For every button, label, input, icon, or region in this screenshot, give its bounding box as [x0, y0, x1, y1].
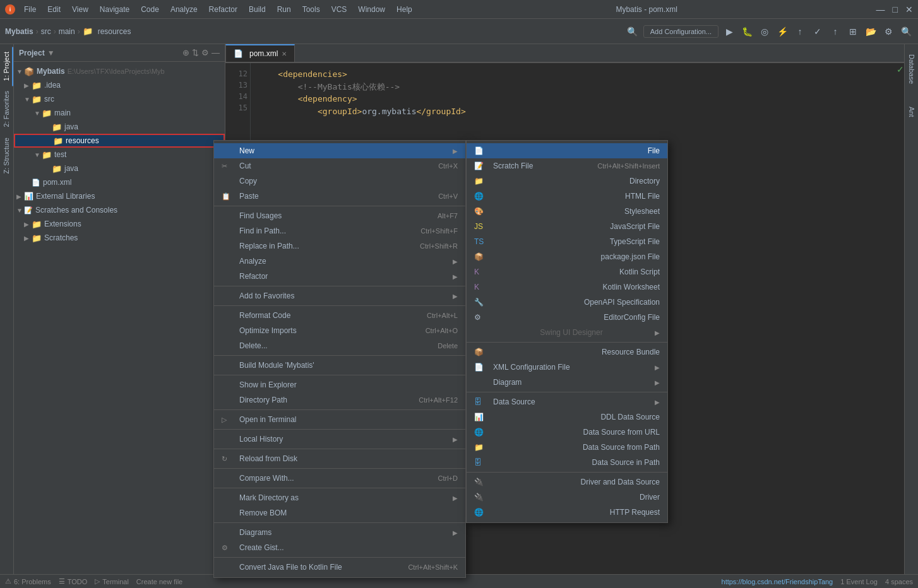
- tree-item-idea[interactable]: ▶ 📁 .idea: [14, 78, 225, 92]
- context-menu-reload[interactable]: ↻ Reload from Disk: [214, 451, 465, 466]
- menu-window[interactable]: Window: [353, 4, 390, 15]
- tab-database[interactable]: Database: [906, 49, 917, 89]
- submenu-driver-data-source[interactable]: 🔌 Driver and Data Source: [467, 474, 667, 490]
- tree-item-java[interactable]: 📁 java: [14, 120, 225, 134]
- submenu-data-source-path[interactable]: 📁 Data Source from Path: [467, 440, 667, 455]
- status-todo[interactable]: ☰ TODO: [59, 577, 88, 585]
- tree-item-scratches-consoles[interactable]: ▼ 📝 Scratches and Consoles: [14, 203, 225, 217]
- submenu-ts-file[interactable]: TS TypeScript File: [467, 234, 667, 249]
- vcs-commit-button[interactable]: ✓: [811, 25, 825, 38]
- tree-item-extensions[interactable]: ▶ 📁 Extensions: [14, 217, 225, 231]
- submenu-file[interactable]: 📄 File: [467, 143, 667, 158]
- add-icon[interactable]: ⊕: [182, 48, 189, 57]
- tab-close-button[interactable]: ✕: [282, 50, 287, 57]
- settings-button[interactable]: ⚙: [881, 25, 895, 38]
- menu-edit[interactable]: Edit: [42, 4, 66, 15]
- context-menu-copy[interactable]: Copy: [214, 173, 465, 189]
- close-button[interactable]: ✕: [905, 4, 913, 15]
- context-menu-diagrams[interactable]: Diagrams ▶: [214, 525, 465, 540]
- context-menu-compare[interactable]: Compare With... Ctrl+D: [214, 471, 465, 486]
- menu-navigate[interactable]: Navigate: [95, 4, 134, 15]
- debug-button[interactable]: 🐛: [740, 25, 754, 38]
- context-menu-open-terminal[interactable]: ▷ Open in Terminal: [214, 412, 465, 427]
- breadcrumb-src[interactable]: src: [41, 27, 51, 36]
- menu-run[interactable]: Run: [272, 4, 296, 15]
- submenu-diagram[interactable]: Diagram ▶: [467, 375, 667, 390]
- context-menu-reformat[interactable]: Reformat Code Ctrl+Alt+L: [214, 308, 465, 323]
- settings-icon[interactable]: ⚙: [201, 48, 209, 57]
- context-menu-find-usages[interactable]: Find Usages Alt+F7: [214, 208, 465, 223]
- maximize-button[interactable]: □: [893, 4, 898, 15]
- status-url[interactable]: https://blog.csdn.net/FriendshipTang: [722, 578, 833, 585]
- submenu-editorconfig[interactable]: ⚙ EditorConfig File: [467, 310, 667, 325]
- add-configuration-button[interactable]: Add Configuration...: [643, 25, 718, 38]
- tab-pomxml[interactable]: 📄 pom.xml ✕: [225, 44, 295, 62]
- tree-item-ext-libs[interactable]: ▶ 📊 External Libraries: [14, 189, 225, 203]
- context-menu-delete[interactable]: Delete... Delete: [214, 338, 465, 353]
- submenu-kotlin-script[interactable]: K Kotlin Script: [467, 264, 667, 279]
- tree-item-scratches[interactable]: ▶ 📁 Scratches: [14, 231, 225, 245]
- profile-button[interactable]: ⚡: [775, 25, 789, 38]
- vcs-push-button[interactable]: ↑: [828, 25, 842, 38]
- menu-view[interactable]: View: [67, 4, 93, 15]
- context-menu-build-module[interactable]: Build Module 'Mybatis': [214, 358, 465, 373]
- search-button[interactable]: 🔍: [899, 25, 913, 38]
- submenu-html-file[interactable]: 🌐 HTML File: [467, 189, 667, 204]
- context-menu-analyze[interactable]: Analyze ▶: [214, 254, 465, 269]
- terminal-button[interactable]: ⊞: [846, 25, 860, 38]
- breadcrumb-main[interactable]: main: [59, 27, 75, 36]
- menu-file[interactable]: File: [19, 4, 41, 15]
- context-menu-find-in-path[interactable]: Find in Path... Ctrl+Shift+F: [214, 223, 465, 238]
- context-menu-new[interactable]: New ▶: [214, 143, 465, 158]
- menu-analyze[interactable]: Analyze: [165, 4, 203, 15]
- context-menu-add-favorites[interactable]: Add to Favorites ▶: [214, 288, 465, 303]
- menu-vcs[interactable]: VCS: [326, 4, 352, 15]
- menu-help[interactable]: Help: [391, 4, 417, 15]
- submenu-directory[interactable]: 📁 Directory: [467, 173, 667, 189]
- vcs-update-button[interactable]: ↑: [793, 25, 807, 38]
- tab-ant[interactable]: Ant: [906, 102, 917, 122]
- context-menu-local-history[interactable]: Local History ▶: [214, 432, 465, 447]
- context-menu-directory-path[interactable]: Directory Path Ctrl+Alt+F12: [214, 392, 465, 408]
- sync-icon[interactable]: ⇅: [192, 48, 199, 57]
- context-menu-create-gist[interactable]: ⚙ Create Gist...: [214, 540, 465, 555]
- context-menu-mark-directory[interactable]: Mark Directory as ▶: [214, 490, 465, 505]
- context-menu-optimize-imports[interactable]: Optimize Imports Ctrl+Alt+O: [214, 323, 465, 338]
- context-menu-refactor[interactable]: Refactor ▶: [214, 269, 465, 284]
- submenu-scratch-file[interactable]: 📝 Scratch File Ctrl+Alt+Shift+Insert: [467, 158, 667, 173]
- context-menu-convert-kotlin[interactable]: Convert Java File to Kotlin File Ctrl+Al…: [214, 560, 465, 575]
- coverage-button[interactable]: ◎: [758, 25, 772, 38]
- tab-project[interactable]: 1: Project: [1, 47, 13, 86]
- tree-item-main[interactable]: ▼ 📁 main: [14, 106, 225, 120]
- minimize-button[interactable]: —: [876, 4, 885, 15]
- menu-refactor[interactable]: Refactor: [204, 4, 242, 15]
- submenu-openapi[interactable]: 🔧 OpenAPI Specification: [467, 295, 667, 310]
- hide-icon[interactable]: —: [212, 48, 220, 57]
- tree-item-resources[interactable]: 📁 resources: [14, 134, 225, 148]
- submenu-data-source-url[interactable]: 🌐 Data Source from URL: [467, 425, 667, 440]
- submenu-js-file[interactable]: JS JavaScript File: [467, 219, 667, 234]
- status-event-log[interactable]: 1 Event Log: [840, 578, 878, 585]
- context-menu-remove-bom[interactable]: Remove BOM: [214, 505, 465, 520]
- tree-item-java2[interactable]: 📁 java: [14, 162, 225, 175]
- submenu-data-source[interactable]: 🗄 Data Source ▶: [467, 394, 667, 409]
- tab-structure[interactable]: Z: Structure: [1, 132, 13, 179]
- submenu-resource-bundle[interactable]: 📦 Resource Bundle: [467, 344, 667, 360]
- tree-item-mybatis[interactable]: ▼ 📦 Mybatis E:\Users\TFX\IdeaProjects\My…: [14, 64, 225, 78]
- submenu-stylesheet[interactable]: 🎨 Stylesheet: [467, 204, 667, 219]
- submenu-data-source-in-path[interactable]: 🗄 Data Source in Path: [467, 455, 667, 470]
- status-terminal[interactable]: ▷ Terminal: [95, 577, 129, 585]
- search-everywhere-icon[interactable]: 🔍: [626, 25, 640, 38]
- breadcrumb-mybatis[interactable]: Mybatis: [5, 27, 33, 36]
- open-folder-button[interactable]: 📂: [864, 25, 878, 38]
- menu-tools[interactable]: Tools: [297, 4, 325, 15]
- submenu-driver[interactable]: 🔌 Driver: [467, 490, 667, 505]
- tree-item-test[interactable]: ▼ 📁 test: [14, 148, 225, 162]
- submenu-ddl-data-source[interactable]: 📊 DDL Data Source: [467, 409, 667, 425]
- tab-favorites[interactable]: 2: Favorites: [1, 86, 13, 132]
- breadcrumb-resources[interactable]: resources: [98, 27, 131, 36]
- menu-code[interactable]: Code: [136, 4, 164, 15]
- status-spaces[interactable]: 4 spaces: [885, 578, 913, 585]
- tree-item-src[interactable]: ▼ 📁 src: [14, 92, 225, 106]
- menu-build[interactable]: Build: [244, 4, 271, 15]
